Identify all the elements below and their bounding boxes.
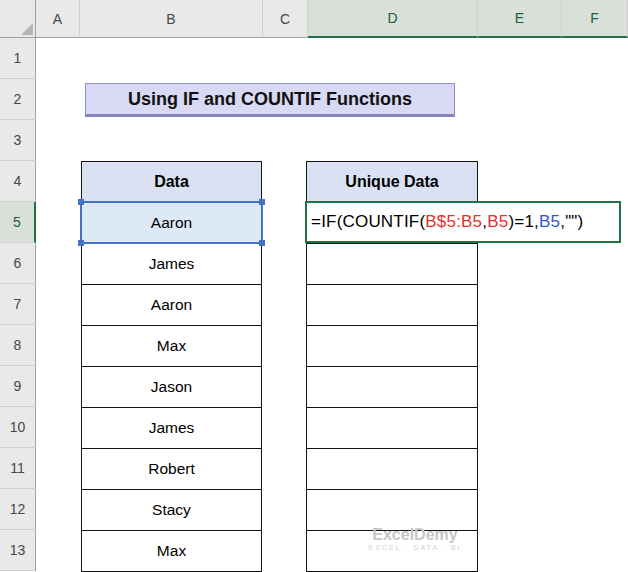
row-header-1[interactable]: 1 xyxy=(0,38,36,79)
formula-segment: B$5:B5 xyxy=(425,212,482,232)
column-header-b[interactable]: B xyxy=(80,0,263,38)
reference-handle[interactable] xyxy=(259,240,265,246)
row-header-9[interactable]: 9 xyxy=(0,366,36,407)
reference-handle[interactable] xyxy=(259,199,265,205)
unique-cell-d11[interactable] xyxy=(306,449,478,490)
row-header-10[interactable]: 10 xyxy=(0,407,36,448)
unique-cell-d13[interactable] xyxy=(306,531,478,572)
row-header-7[interactable]: 7 xyxy=(0,284,36,325)
formula-editor-d5[interactable]: =IF(COUNTIF( B$5:B5 , B5 )=1, B5 ,"") xyxy=(305,201,621,243)
data-cell-b10[interactable]: James xyxy=(81,408,262,449)
select-all-icon xyxy=(21,23,33,35)
unique-cell-d6[interactable] xyxy=(306,244,478,285)
data-cell-b13[interactable]: Max xyxy=(81,531,262,572)
data-table-header[interactable]: Data xyxy=(81,162,262,203)
unique-cell-d10[interactable] xyxy=(306,408,478,449)
row-header-2[interactable]: 2 xyxy=(0,79,36,120)
unique-cell-d12[interactable] xyxy=(306,490,478,531)
row-header-11[interactable]: 11 xyxy=(0,448,36,489)
row-header-12[interactable]: 12 xyxy=(0,489,36,530)
reference-handle[interactable] xyxy=(78,240,84,246)
formula-segment: =IF(COUNTIF( xyxy=(311,212,425,232)
column-header-a[interactable]: A xyxy=(36,0,80,38)
column-header-e[interactable]: E xyxy=(478,0,562,38)
row-header-4[interactable]: 4 xyxy=(0,161,36,202)
column-header-c[interactable]: C xyxy=(263,0,308,38)
data-cell-b7[interactable]: Aaron xyxy=(81,285,262,326)
title-cell[interactable]: Using IF and COUNTIF Functions xyxy=(85,83,455,117)
unique-cell-d7[interactable] xyxy=(306,285,478,326)
data-cell-b6[interactable]: James xyxy=(81,244,262,285)
unique-cell-d8[interactable] xyxy=(306,326,478,367)
data-cell-b12[interactable]: Stacy xyxy=(81,490,262,531)
unique-table-header[interactable]: Unique Data xyxy=(306,162,478,203)
column-header-f[interactable]: F xyxy=(562,0,628,38)
row-header-5[interactable]: 5 xyxy=(0,202,36,243)
row-header-3[interactable]: 3 xyxy=(0,120,36,161)
reference-handle[interactable] xyxy=(78,199,84,205)
reference-highlight-b5 xyxy=(80,201,263,244)
worksheet: A B C D E F 1 2 3 4 5 6 7 8 9 10 11 12 1… xyxy=(0,0,628,572)
row-header-13[interactable]: 13 xyxy=(0,530,36,571)
unique-cell-d9[interactable] xyxy=(306,367,478,408)
formula-segment: B5 xyxy=(539,212,560,232)
formula-segment: B5 xyxy=(487,212,508,232)
data-cell-b9[interactable]: Jason xyxy=(81,367,262,408)
row-header-6[interactable]: 6 xyxy=(0,243,36,284)
select-all-corner[interactable] xyxy=(0,0,36,38)
row-header-8[interactable]: 8 xyxy=(0,325,36,366)
column-header-d[interactable]: D xyxy=(308,0,478,38)
formula-segment: )=1, xyxy=(508,212,539,232)
data-cell-b11[interactable]: Robert xyxy=(81,449,262,490)
formula-segment: ,"") xyxy=(560,212,583,232)
data-cell-b8[interactable]: Max xyxy=(81,326,262,367)
